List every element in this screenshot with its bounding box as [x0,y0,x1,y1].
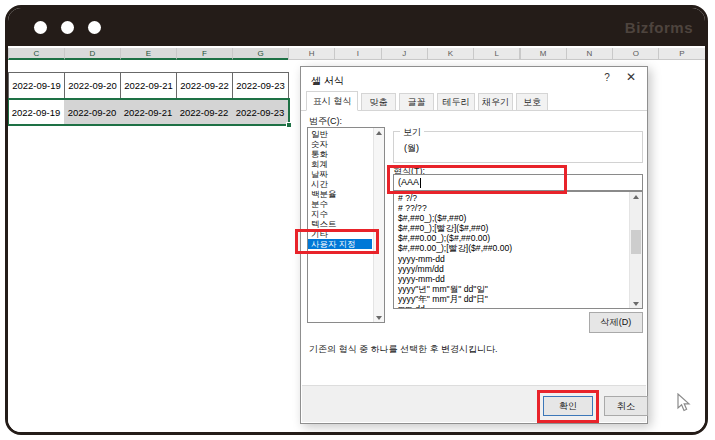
column-header-o[interactable]: O [612,48,659,60]
tab-border[interactable]: 테두리 [437,93,475,111]
format-list-item[interactable]: yyyy-mm-dd [394,274,642,284]
screenshot-canvas: Bizforms CDEFGHIJKLMNOP 2022-09-192022-0… [0,0,715,440]
cell[interactable]: 2022-09-21 [120,99,177,126]
category-scrollbar[interactable] [373,128,384,322]
brand-logo: Bizforms [625,19,693,36]
format-scrollbar[interactable] [629,192,642,308]
chevron-down-icon[interactable] [630,299,642,308]
category-listbox: 일반숫자통화회계날짜시간백분율분수지수텍스트기타사용자 지정 [307,127,385,323]
cell[interactable]: 2022-09-21 [120,72,177,99]
format-list-item[interactable]: yyyy"年" mm"月" dd"日" [394,294,642,304]
column-header-p[interactable]: P [658,48,705,60]
fill-handle[interactable] [286,122,292,128]
cell[interactable]: 2022-09-19 [8,72,65,99]
column-header-g[interactable]: G [232,48,289,60]
tab-alignment[interactable]: 맞춤 [361,93,396,111]
window-controls [34,21,101,34]
column-header-c[interactable]: C [8,48,65,60]
cell[interactable]: 2022-09-19 [8,99,65,126]
format-list-item[interactable]: yyyy"년" mm"월" dd"일" [394,284,642,294]
column-header-i[interactable]: I [334,48,381,60]
category-item[interactable]: 사용자 지정 [308,239,372,249]
tab-font[interactable]: 글꼴 [399,93,434,111]
scrollbar-thumb[interactable] [631,230,641,254]
preview-label: 보기 [400,126,424,139]
cancel-button[interactable]: 취소 [604,396,648,416]
chevron-up-icon[interactable] [374,128,384,137]
window-dot-icon[interactable] [34,21,47,34]
cell[interactable]: 2022-09-22 [176,99,233,126]
dialog-help-text: 기존의 형식 중 하나를 선택한 후 변경시킵니다. [309,343,639,356]
dialog-title: 셀 서식 [311,74,344,88]
column-header-d[interactable]: D [64,48,121,60]
tab-display-format[interactable]: 표시 형식 [306,91,358,111]
column-header-e[interactable]: E [120,48,177,60]
column-header-h[interactable]: H [288,48,335,60]
format-list-item[interactable]: $#,##0.00_);[빨강]($#,##0.00) [394,243,642,253]
text-caret [420,178,421,188]
window-dot-icon[interactable] [61,21,74,34]
close-icon[interactable]: ✕ [621,70,641,86]
window-dot-icon[interactable] [88,21,101,34]
column-header-f[interactable]: F [176,48,233,60]
format-list-item[interactable]: # ??/?? [394,203,642,213]
help-icon[interactable]: ? [599,72,615,86]
column-header-l[interactable]: L [473,48,520,60]
format-list-item[interactable]: $#,##0_);[빨강]($#,##0) [394,223,642,233]
format-list-item[interactable]: mm-dd [394,304,642,309]
format-list-item[interactable]: $#,##0_);($#,##0) [394,213,642,223]
column-header-n[interactable]: N [566,48,613,60]
preview-groupbox: 보기 (월) [393,131,643,163]
cell[interactable]: 2022-09-20 [64,72,121,99]
tab-fill[interactable]: 채우기 [478,93,513,111]
cell[interactable]: 2022-09-20 [64,99,121,126]
chevron-up-icon[interactable] [630,192,642,201]
dialog-button-bar: 확인 취소 [302,385,646,422]
delete-button[interactable]: 삭제(D) [589,312,643,333]
app-window: Bizforms CDEFGHIJKLMNOP 2022-09-192022-0… [5,5,708,435]
format-list-item[interactable]: yyyy/mm/dd [394,264,642,274]
format-cells-dialog: 셀 서식 ? ✕ 표시 형식맞춤글꼴테두리채우기보호 범주(C): 일반숫자통화… [300,66,648,424]
column-header-j[interactable]: J [381,48,428,60]
column-header-m[interactable]: M [520,48,567,60]
cell[interactable]: 2022-09-22 [176,72,233,99]
cell[interactable]: 2022-09-23 [232,99,289,126]
preview-value: (월) [404,142,419,155]
format-list-item[interactable]: yyyy-mm-dd [394,254,642,264]
format-list-item[interactable]: # ?/? [394,193,642,203]
mouse-cursor [677,393,691,417]
chevron-down-icon[interactable] [374,313,384,322]
window-titlebar: Bizforms [8,8,705,46]
tab-protection[interactable]: 보호 [516,93,548,111]
format-listbox: # ?/?# ??/??$#,##0_);($#,##0)$#,##0_);[빨… [393,191,643,309]
format-input[interactable]: (AAA [393,174,643,191]
ok-button[interactable]: 확인 [543,396,593,416]
spreadsheet: CDEFGHIJKLMNOP 2022-09-192022-09-202022-… [8,46,705,432]
column-header-k[interactable]: K [427,48,474,60]
format-list-item[interactable]: $#,##0.00_);($#,##0.00) [394,233,642,243]
cell[interactable]: 2022-09-23 [232,72,289,99]
